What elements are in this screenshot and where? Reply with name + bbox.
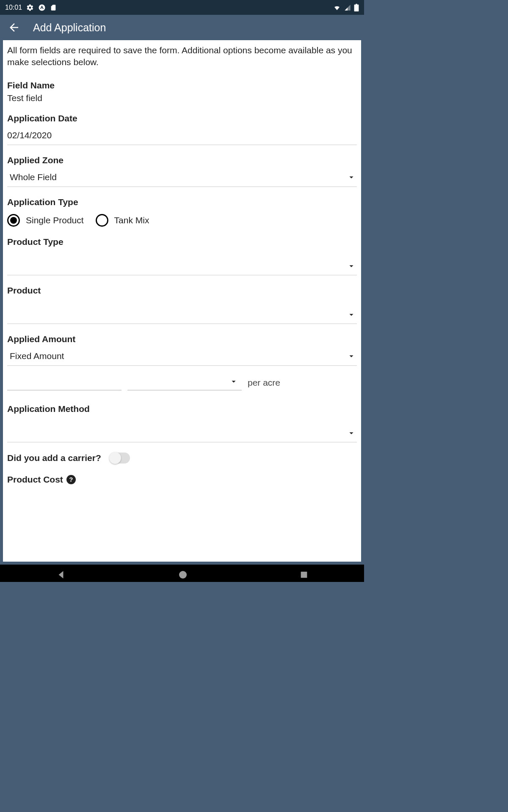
product-type-group: Product Type [7,237,357,275]
svg-point-0 [39,4,45,11]
chevron-down-icon [347,310,357,319]
svg-rect-1 [354,4,359,11]
per-acre-label: per acre [248,378,280,390]
svg-rect-4 [301,572,307,578]
app-circle-icon [38,4,46,11]
application-type-label: Application Type [7,197,357,207]
form-card: All form fields are required to save the… [3,40,361,562]
chevron-down-icon [229,377,239,386]
chevron-down-icon [347,261,357,271]
applied-zone-group: Applied Zone Whole Field [7,155,357,187]
chevron-down-icon [347,351,357,361]
help-icon[interactable]: ? [66,475,76,484]
application-date-input[interactable]: 02/14/2020 [7,126,357,145]
application-date-label: Application Date [7,113,357,123]
amount-unit-select[interactable] [127,373,242,390]
nav-recent-icon[interactable] [299,570,309,579]
field-name-label: Field Name [7,80,357,91]
radio-unselected-icon [96,214,108,227]
battery-icon [354,4,359,11]
carrier-row: Did you add a carrier? [7,453,357,464]
applied-zone-value: Whole Field [7,172,57,182]
product-group: Product [7,285,357,324]
field-name-group: Field Name Test field [7,80,357,103]
applied-amount-select[interactable]: Fixed Amount [7,347,357,366]
app-bar: Add Application [0,15,364,40]
cell-signal-icon [344,4,351,11]
sd-card-icon [50,4,57,11]
amount-value-input[interactable] [7,373,121,390]
page-title: Add Application [33,22,106,34]
product-type-label: Product Type [7,237,357,247]
application-type-group: Application Type Single Product Tank Mix [7,197,357,227]
chevron-down-icon [347,173,357,182]
nav-home-icon[interactable] [178,570,188,580]
product-cost-group: Product Cost ? [7,475,357,485]
radio-tank-label: Tank Mix [114,215,149,225]
application-date-value: 02/14/2020 [7,130,52,140]
application-method-group: Application Method [7,404,357,442]
product-label: Product [7,285,357,296]
chevron-down-icon [347,428,357,438]
applied-amount-label: Applied Amount [7,334,357,344]
svg-rect-2 [356,4,357,5]
application-method-select[interactable] [7,417,357,442]
toggle-knob [109,452,121,464]
field-name-value: Test field [7,93,357,103]
status-time: 10:01 [5,4,22,11]
applied-zone-select[interactable]: Whole Field [7,168,357,187]
wifi-icon [333,4,341,11]
status-bar: 10:01 [0,0,364,15]
radio-tank-mix[interactable]: Tank Mix [96,214,149,227]
svg-point-3 [179,571,187,579]
nav-back-icon[interactable] [55,569,66,580]
applied-zone-label: Applied Zone [7,155,357,165]
system-nav-bar [0,565,364,582]
carrier-toggle[interactable] [110,453,130,464]
radio-single-label: Single Product [26,215,84,225]
radio-selected-icon [7,214,20,227]
product-cost-label: Product Cost [7,475,63,485]
product-select[interactable] [7,298,357,324]
application-date-group: Application Date 02/14/2020 [7,113,357,145]
form-instructions: All form fields are required to save the… [7,44,357,69]
settings-icon [26,4,34,11]
applied-amount-group: Applied Amount Fixed Amount per acre [7,334,357,394]
product-type-select[interactable] [7,250,357,275]
back-arrow-icon[interactable] [8,21,20,34]
application-method-label: Application Method [7,404,357,414]
applied-amount-value: Fixed Amount [7,351,64,361]
carrier-label: Did you add a carrier? [7,453,101,463]
radio-single-product[interactable]: Single Product [7,214,84,227]
